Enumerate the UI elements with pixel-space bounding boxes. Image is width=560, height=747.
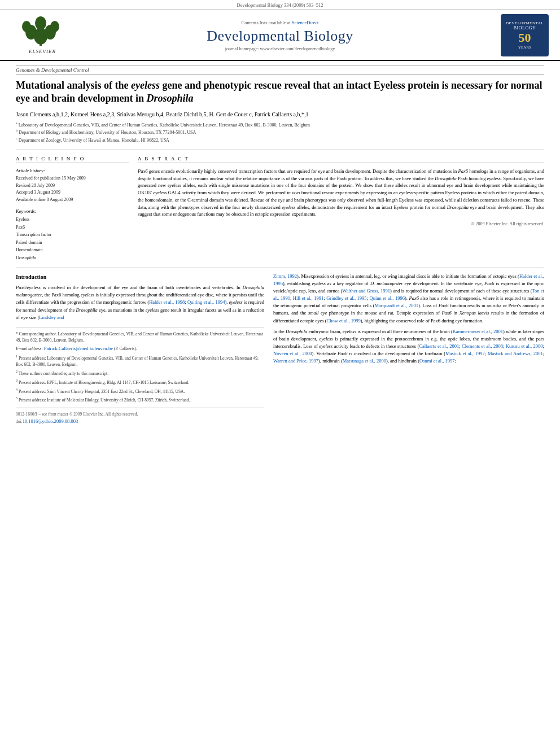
dev-bio-logo-area: DEVELOPMENTAL BIOLOGY 50 YEARS bbox=[487, 14, 549, 56]
footnote-3: 3 Present address: EPFL, Institute of Bi… bbox=[16, 378, 264, 386]
ref-kammermeier[interactable]: Kammermeier et al., 2001 bbox=[453, 329, 503, 334]
affiliations: a Laboratory of Developmental Genetics, … bbox=[16, 121, 544, 144]
svg-point-6 bbox=[35, 16, 46, 30]
abstract-header: A B S T R A C T bbox=[138, 156, 544, 163]
revised-date: Revised 28 July 2009 bbox=[16, 182, 129, 190]
title-italic: eyeless bbox=[131, 80, 160, 91]
ref-quinn[interactable]: Quinn et al., 1996 bbox=[370, 295, 405, 301]
introduction-section: Introduction Pax6/eyeless is involved in… bbox=[16, 268, 544, 425]
article-info-abstract-row: A R T I C L E I N F O Article history: R… bbox=[16, 150, 544, 262]
authors-line: Jason Clements a,b,1,2, Korneel Hens a,2… bbox=[16, 111, 544, 117]
page-wrapper: Developmental Biology 334 (2009) 503–512… bbox=[0, 0, 560, 747]
affiliation-b: b Department of Biology and Biochemistry… bbox=[16, 128, 544, 136]
ref-zimm[interactable]: Zimm, 1992 bbox=[273, 273, 297, 279]
body-two-col: Introduction Pax6/eyeless is involved in… bbox=[16, 273, 544, 425]
journal-top-bar: Developmental Biology 334 (2009) 503–512 bbox=[0, 0, 560, 10]
article-title: Mutational analysis of the eyeless gene … bbox=[16, 79, 544, 106]
journal-name: Developmental Biology bbox=[73, 28, 487, 45]
journal-title-center: Contents lists available at ScienceDirec… bbox=[73, 20, 487, 51]
homepage-text: journal homepage: www.elsevier.com/devel… bbox=[225, 46, 335, 51]
ref-quiring1994[interactable]: Quiring et al., 1994 bbox=[187, 299, 225, 305]
ref-osumi[interactable]: Osumi et al., 1997; bbox=[419, 358, 456, 364]
ref-kurusu[interactable]: Kurusu et al., 2000 bbox=[506, 343, 543, 349]
contents-label: Contents lists available at bbox=[242, 20, 291, 25]
affiliation-c: c Department of Zoology, University of H… bbox=[16, 136, 544, 144]
title-part1: Mutational analysis of the bbox=[16, 80, 131, 91]
elsevier-wordmark: ELSEVIER bbox=[29, 49, 56, 54]
email-link[interactable]: Patrick.Callaerts@med.kuleuven.be bbox=[44, 346, 113, 351]
footnote-1: 1 Present address; Laboratory of Develop… bbox=[16, 354, 264, 368]
intro-left-para1: Pax6/eyeless is involved in the developm… bbox=[16, 284, 264, 321]
ref-chow[interactable]: Chow et al., 1999 bbox=[326, 318, 360, 324]
kw-tf: Transcription factor bbox=[16, 231, 129, 239]
article-history: Article history: Received for publicatio… bbox=[16, 168, 129, 204]
ref-noveen[interactable]: Noveen et al., 2000 bbox=[273, 351, 312, 356]
badge-years: 50 bbox=[519, 30, 531, 45]
authors-text: Jason Clements a,b,1,2, Korneel Hens a,2… bbox=[16, 111, 309, 117]
intro-right-para1: Zimm, 1992). Misexpression of eyeless in… bbox=[273, 273, 544, 325]
footnote-5: 5 Present address: Institute of Molecula… bbox=[16, 396, 264, 403]
ref-callaerts2001[interactable]: Callaerts et al., 2001 bbox=[419, 343, 459, 349]
available-date: Available online 8 August 2009 bbox=[16, 196, 129, 204]
elsevier-tree-icon bbox=[20, 16, 65, 47]
ref-marquardt[interactable]: Marquardt et al., 2001 bbox=[375, 303, 418, 308]
intro-right-para2: In the Drosophila embryonic brain, eyele… bbox=[273, 328, 544, 365]
abstract-text: Pax6 genes encode evolutionarily highly … bbox=[138, 168, 544, 218]
volume-info: Developmental Biology 334 (2009) 503–512 bbox=[237, 2, 323, 8]
sciencedirect-link[interactable]: ScienceDirect bbox=[292, 20, 319, 25]
footnote-star: * Corresponding author. Laboratory of De… bbox=[16, 331, 264, 344]
doi-text: doi:10.1016/j.ydbio.2009.08.003 bbox=[16, 418, 264, 425]
article-info-col: A R T I C L E I N F O Article history: R… bbox=[16, 156, 129, 262]
ref-clements2008[interactable]: Clements et al., 2008 bbox=[462, 343, 503, 349]
copyright-line: © 2009 Elsevier Inc. All rights reserved… bbox=[138, 221, 544, 226]
ref-mastick2001[interactable]: Mastick and Andrews, 2001 bbox=[488, 351, 543, 356]
badge-mid: BIOLOGY bbox=[514, 25, 536, 30]
title-italic2: Drosophila bbox=[147, 93, 194, 104]
history-title: Article history: bbox=[16, 168, 129, 173]
svg-point-4 bbox=[22, 21, 31, 32]
footnote-2: 2 These authors contributed equally to t… bbox=[16, 369, 264, 377]
badge-top: DEVELOPMENTAL bbox=[506, 21, 544, 25]
kw-paired: Paired domain bbox=[16, 239, 129, 247]
article-body: Genomes & Developmental Control Mutation… bbox=[0, 61, 560, 431]
ref-lindsley[interactable]: Lindsley and bbox=[39, 314, 64, 320]
kw-drosophila: Drosophila bbox=[16, 254, 129, 262]
section-label: Genomes & Developmental Control bbox=[16, 65, 544, 75]
received-date: Received for publication 15 May 2009 bbox=[16, 175, 129, 182]
keywords-section: Keywords: Eyeless Pax6 Transcription fac… bbox=[16, 208, 129, 262]
journal-homepage: journal homepage: www.elsevier.com/devel… bbox=[73, 46, 487, 51]
dev-bio-badge: DEVELOPMENTAL BIOLOGY 50 YEARS bbox=[501, 14, 549, 56]
ref-warren[interactable]: Warren and Price, 1997 bbox=[273, 358, 318, 364]
abstract-col: A B S T R A C T Pax6 genes encode evolut… bbox=[138, 156, 544, 262]
kw-homeodomain: Homeodomain bbox=[16, 246, 129, 254]
license-text: 0012-1606/$ – see front matter © 2009 El… bbox=[16, 411, 264, 418]
body-left-col: Introduction Pax6/eyeless is involved in… bbox=[16, 273, 264, 425]
footnote-4: 4 Present address: Saint Vincent Charity… bbox=[16, 387, 264, 395]
accepted-date: Accepted 3 August 2009 bbox=[16, 189, 129, 196]
kw-pax6: Pax6 bbox=[16, 224, 129, 231]
footnotes-area: * Corresponding author. Laboratory of De… bbox=[16, 327, 264, 403]
ref-grindley[interactable]: Grindley et al., 1995 bbox=[326, 295, 366, 301]
contents-line: Contents lists available at ScienceDirec… bbox=[73, 20, 487, 25]
intro-title: Introduction bbox=[16, 273, 264, 282]
article-info-header: A R T I C L E I N F O bbox=[16, 156, 129, 163]
badge-bottom: YEARS bbox=[518, 45, 531, 50]
body-right-col: Zimm, 1992). Misexpression of eyeless in… bbox=[273, 273, 544, 425]
bottom-bar: 0012-1606/$ – see front matter © 2009 El… bbox=[16, 408, 264, 425]
doi-link[interactable]: 10.1016/j.ydbio.2009.08.003 bbox=[23, 418, 78, 424]
kw-eyeless: Eyeless bbox=[16, 216, 129, 224]
elsevier-logo-area: ELSEVIER bbox=[11, 16, 73, 54]
affiliation-a: a Laboratory of Developmental Genetics, … bbox=[16, 121, 544, 129]
footnote-email: E-mail address: Patrick.Callaerts@med.ku… bbox=[16, 345, 264, 352]
ref-hill[interactable]: Hill et al., 1991 bbox=[293, 295, 323, 301]
ref-mastick1997[interactable]: Mastick et al., 1997 bbox=[445, 351, 485, 356]
ref-walther[interactable]: Walther and Gruss, 1991 bbox=[342, 288, 390, 294]
ref-halder1998[interactable]: Halder et al., 1998 bbox=[149, 299, 185, 305]
ref-matsunaga[interactable]: Matsunaga et al., 2000 bbox=[343, 358, 386, 364]
keywords-title: Keywords: bbox=[16, 208, 129, 214]
journal-header: ELSEVIER Contents lists available at Sci… bbox=[0, 10, 560, 61]
svg-point-5 bbox=[50, 21, 59, 32]
